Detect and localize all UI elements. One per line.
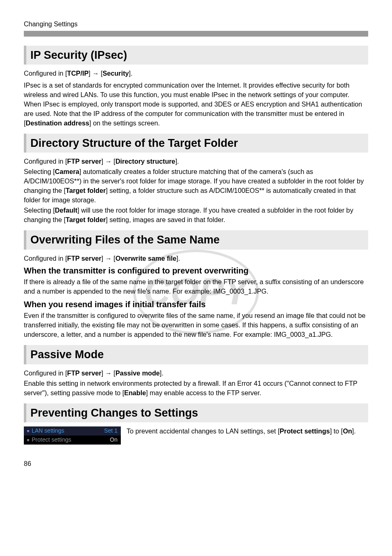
ow-sub1-body: If there is already a file of the same n… bbox=[24, 277, 368, 296]
heading-passive-mode: Passive Mode bbox=[24, 345, 368, 364]
text-bold: FTP server bbox=[67, 158, 101, 165]
text: ]. bbox=[176, 255, 180, 262]
bullet-icon bbox=[27, 430, 29, 432]
ow-configured-line: Configured in [FTP server] → [Overwrite … bbox=[24, 254, 368, 263]
heading-preventing-changes: Preventing Changes to Settings bbox=[24, 403, 368, 422]
text-bold: Enable bbox=[124, 389, 146, 396]
ow-subhead-1: When the transmitter is configured to pr… bbox=[24, 265, 368, 276]
text: ] → [ bbox=[101, 369, 115, 377]
settings-value: Set 1 bbox=[104, 427, 118, 435]
text: ] may enable access to the FTP server. bbox=[146, 389, 261, 396]
ipsec-configured-line: Configured in [TCP/IP] → [Security]. bbox=[24, 69, 368, 78]
text-bold: FTP server bbox=[67, 255, 101, 262]
text: Configured in [ bbox=[24, 255, 67, 262]
settings-value: On bbox=[110, 436, 118, 444]
text: Configured in [ bbox=[24, 70, 67, 77]
ow-subhead-2: When you resend images if initial transf… bbox=[24, 299, 368, 310]
settings-label: LAN settings bbox=[32, 427, 104, 435]
text: ]. bbox=[352, 427, 356, 435]
text-bold: Camera bbox=[55, 168, 79, 175]
settings-label: Protect settings bbox=[32, 436, 110, 444]
text-bold: Target folder bbox=[66, 216, 106, 223]
text: ] → [ bbox=[101, 158, 115, 165]
text-bold: On bbox=[343, 427, 352, 435]
text: ] → [ bbox=[101, 255, 115, 262]
text-bold: Protect settings bbox=[280, 427, 330, 435]
text-bold: Target folder bbox=[66, 187, 106, 194]
dir-p2: Selecting [Default] will use the root fo… bbox=[24, 206, 368, 225]
text-bold: TCP/IP bbox=[67, 70, 88, 77]
text: Selecting [ bbox=[24, 168, 55, 175]
ipsec-body: IPsec is a set of standards for encrypte… bbox=[24, 81, 368, 128]
passive-configured-line: Configured in [FTP server] → [Passive mo… bbox=[24, 368, 368, 378]
text-bold: Overwrite same file bbox=[115, 255, 176, 262]
text-bold: Security bbox=[103, 70, 129, 77]
text: Configured in [ bbox=[24, 158, 67, 165]
heading-overwriting: Overwriting Files of the Same Name bbox=[24, 230, 368, 249]
dir-p1: Selecting [Camera] automatically creates… bbox=[24, 167, 368, 205]
text: ] setting, images are saved in that fold… bbox=[106, 216, 225, 223]
settings-row-protect: Protect settings On bbox=[24, 436, 121, 445]
heading-ip-security: IP Security (IPsec) bbox=[24, 46, 368, 65]
text: ]. bbox=[129, 70, 133, 77]
text-bold: Passive mode bbox=[115, 369, 160, 377]
dir-configured-line: Configured in [FTP server] → [Directory … bbox=[24, 157, 368, 166]
heading-directory-structure: Directory Structure of the Target Folder bbox=[24, 134, 368, 153]
text: ] → [ bbox=[88, 70, 102, 77]
text: Configured in [ bbox=[24, 369, 67, 377]
running-header: Changing Settings bbox=[24, 20, 368, 29]
passive-body: Enable this setting in network environme… bbox=[24, 379, 368, 398]
text: ]. bbox=[160, 369, 164, 377]
page-number: 86 bbox=[24, 453, 368, 469]
text-bold: Destination address bbox=[26, 119, 90, 127]
text: ] to [ bbox=[330, 427, 343, 435]
text: Selecting [ bbox=[24, 206, 55, 214]
bullet-icon bbox=[27, 439, 29, 441]
text: To prevent accidental changes to LAN set… bbox=[127, 427, 280, 435]
text: ] on the settings screen. bbox=[89, 119, 160, 127]
text-bold: Directory structure bbox=[115, 158, 175, 165]
text-bold: FTP server bbox=[67, 369, 101, 377]
text-bold: Default bbox=[55, 206, 78, 214]
header-rule bbox=[24, 31, 368, 37]
lan-settings-screenshot: LAN settings Set 1 Protect settings On bbox=[24, 426, 121, 445]
ow-sub2-body: Even if the transmitter is configured to… bbox=[24, 311, 368, 339]
text: ]. bbox=[175, 158, 179, 165]
settings-row-lan: LAN settings Set 1 bbox=[24, 426, 121, 436]
